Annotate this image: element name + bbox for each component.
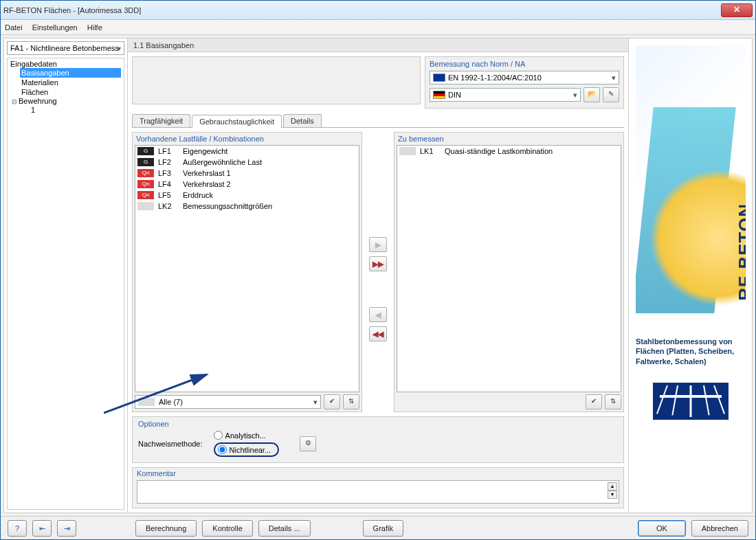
- list-item: GLF1Eigengewicht: [135, 146, 359, 157]
- top-row: Bemessung nach Norm / NA EN 1992-1-1:200…: [132, 56, 624, 109]
- method-settings-button[interactable]: ⚙: [300, 436, 316, 451]
- app-window: RF-BETON Flächen - [Autorimessa 3DD] ✕ D…: [0, 0, 756, 540]
- loadcase-tag: G: [137, 147, 154, 155]
- left-column: FA1 - Nichtlineare Betonbemess Eingabeda…: [4, 38, 128, 513]
- window-title: RF-BETON Flächen - [Autorimessa 3DD]: [3, 6, 721, 14]
- loadcase-tag: Qn: [137, 169, 154, 177]
- norm-code-value: EN 1992-1-1:2004/AC:2010: [448, 74, 542, 82]
- filter-tag-icon: [138, 398, 155, 406]
- loadcase-name: Quasi-ständige Lastkombination: [445, 147, 553, 155]
- tree-item-surfaces[interactable]: Flächen: [20, 87, 121, 97]
- loadcase-id: LF3: [158, 169, 179, 177]
- list-item: LK2Bemessungsschnittgrößen: [135, 201, 359, 212]
- design-check-button[interactable]: ✔: [586, 394, 602, 409]
- details-button[interactable]: Details ...: [258, 520, 311, 537]
- product-logo: RF-BETON Flächen: [636, 45, 746, 334]
- tree-root[interactable]: Eingabedaten: [10, 60, 121, 68]
- available-filter-value: Alle (7): [159, 398, 183, 406]
- close-button[interactable]: ✕: [721, 3, 753, 17]
- method-label: Nachweismethode:: [138, 440, 203, 448]
- tree-item-reinforcement-1[interactable]: 1: [30, 105, 121, 115]
- tree-expand-icon[interactable]: ⊟: [12, 98, 17, 105]
- menu-file[interactable]: Datei: [5, 23, 23, 32]
- loadcase-name: Erddruck: [183, 191, 213, 199]
- move-right-button[interactable]: ▶: [369, 237, 387, 252]
- norm-code-combo[interactable]: EN 1992-1-1:2004/AC:2010: [430, 71, 619, 85]
- tree-item-materials[interactable]: Materialien: [20, 78, 121, 87]
- norm-title: Bemessung nach Norm / NA: [430, 60, 619, 68]
- design-sort-button[interactable]: ⇅: [605, 394, 621, 409]
- center-header: 1.1 Basisangaben: [128, 38, 628, 52]
- list-item: QnLF3Verkehrslast 1: [135, 168, 359, 179]
- loadcase-id: LK1: [420, 147, 441, 155]
- ok-button[interactable]: OK: [638, 520, 686, 537]
- available-panel: Vorhandene Lastfälle / Kombinationen GLF…: [132, 132, 362, 412]
- check-button[interactable]: Kontrolle: [202, 520, 252, 537]
- design-panel: Zu bemessen LK1Quasi-ständige Lastkombin…: [394, 132, 624, 412]
- export-button[interactable]: ⇥: [57, 520, 76, 537]
- radio-analytical-input[interactable]: [214, 431, 223, 440]
- list-item: GLF2Außergewöhnliche Last: [135, 157, 359, 168]
- loadcase-name: Verkehrslast 1: [183, 169, 231, 177]
- transfer-column: ▶ ▶▶ ◀ ◀◀: [366, 132, 390, 412]
- case-combo[interactable]: FA1 - Nichtlineare Betonbemess: [7, 41, 124, 55]
- move-right-all-button[interactable]: ▶▶: [369, 256, 387, 271]
- flag-eu-icon: [433, 74, 445, 82]
- logo-main-text: RF-BETON: [735, 203, 746, 301]
- tree-item-basis[interactable]: Basisangaben: [20, 68, 121, 78]
- tab-details[interactable]: Details: [283, 114, 322, 127]
- available-list[interactable]: GLF1Eigengewicht GLF2Außergewöhnliche La…: [135, 145, 359, 392]
- move-left-all-button[interactable]: ◀◀: [369, 326, 387, 341]
- radio-nonlinear[interactable]: Nichtlinear...: [214, 442, 280, 457]
- tree-item-reinforcement[interactable]: Bewehrung: [19, 97, 57, 105]
- help-button[interactable]: ?: [8, 520, 27, 537]
- cancel-button[interactable]: Abbrechen: [691, 520, 748, 537]
- chevron-down-icon[interactable]: ▼: [608, 491, 617, 499]
- loadcase-id: LF1: [158, 147, 179, 155]
- menu-settings[interactable]: Einstellungen: [32, 23, 78, 32]
- nav-tree[interactable]: Eingabedaten Basisangaben Materialien Fl…: [7, 58, 124, 510]
- loadcase-name: Verkehrslast 2: [183, 180, 231, 188]
- loadcase-name: Außergewöhnliche Last: [183, 158, 262, 166]
- list-item: QnLF5Erddruck: [135, 190, 359, 201]
- comment-title: Kommentar: [137, 469, 619, 477]
- available-sort-button[interactable]: ⇅: [343, 394, 359, 409]
- move-left-button[interactable]: ◀: [369, 307, 387, 322]
- options-panel: Optionen Nachweismethode: Analytisch... …: [132, 416, 624, 463]
- radio-analytical-label: Analytisch...: [225, 431, 266, 440]
- footer: ? ⇤ ⇥ Berechnung Kontrolle Details ... G…: [1, 516, 755, 539]
- graphic-button[interactable]: Grafik: [363, 520, 403, 537]
- center-body: Bemessung nach Norm / NA EN 1992-1-1:200…: [128, 52, 628, 513]
- available-title: Vorhandene Lastfälle / Kombinationen: [136, 135, 359, 143]
- import-button[interactable]: ⇤: [32, 520, 52, 537]
- radio-nonlinear-input[interactable]: [218, 445, 227, 454]
- loadcase-id: LF2: [158, 158, 179, 166]
- blank-panel: [132, 56, 421, 104]
- chevron-up-icon[interactable]: ▲: [608, 482, 617, 491]
- loadcase-tag: Qn: [137, 191, 154, 199]
- norm-edit-button[interactable]: ✎: [603, 87, 619, 102]
- available-check-button[interactable]: ✔: [324, 394, 340, 409]
- radio-nonlinear-label: Nichtlinear...: [230, 446, 271, 454]
- comment-panel: Kommentar ▲▼: [132, 467, 624, 508]
- titlebar: RF-BETON Flächen - [Autorimessa 3DD] ✕: [1, 1, 755, 20]
- design-list[interactable]: LK1Quasi-ständige Lastkombination: [397, 145, 621, 392]
- available-filter-combo[interactable]: Alle (7): [135, 395, 321, 409]
- tab-serviceability[interactable]: Gebrauchstauglichkeit: [192, 115, 282, 128]
- menubar: Datei Einstellungen Hilfe: [1, 20, 755, 35]
- loadcase-tag: G: [137, 158, 154, 166]
- flag-de-icon: [433, 91, 445, 99]
- loadcase-id: LF4: [158, 180, 179, 188]
- norm-open-button[interactable]: 📂: [583, 87, 600, 102]
- loadcase-id: LF5: [158, 191, 179, 199]
- radio-analytical[interactable]: Analytisch...: [214, 431, 280, 440]
- loadcase-id: LK2: [158, 202, 179, 210]
- norm-na-combo[interactable]: DIN: [430, 88, 581, 102]
- menu-help[interactable]: Hilfe: [87, 23, 102, 32]
- tabs: Tragfähigkeit Gebrauchstauglichkeit Deta…: [132, 114, 624, 128]
- comment-spinner[interactable]: ▲▼: [608, 482, 617, 499]
- calculation-button[interactable]: Berechnung: [135, 520, 197, 537]
- tab-ultimate[interactable]: Tragfähigkeit: [132, 114, 190, 127]
- body: FA1 - Nichtlineare Betonbemess Eingabeda…: [3, 38, 753, 513]
- comment-input[interactable]: ▲▼: [137, 480, 619, 504]
